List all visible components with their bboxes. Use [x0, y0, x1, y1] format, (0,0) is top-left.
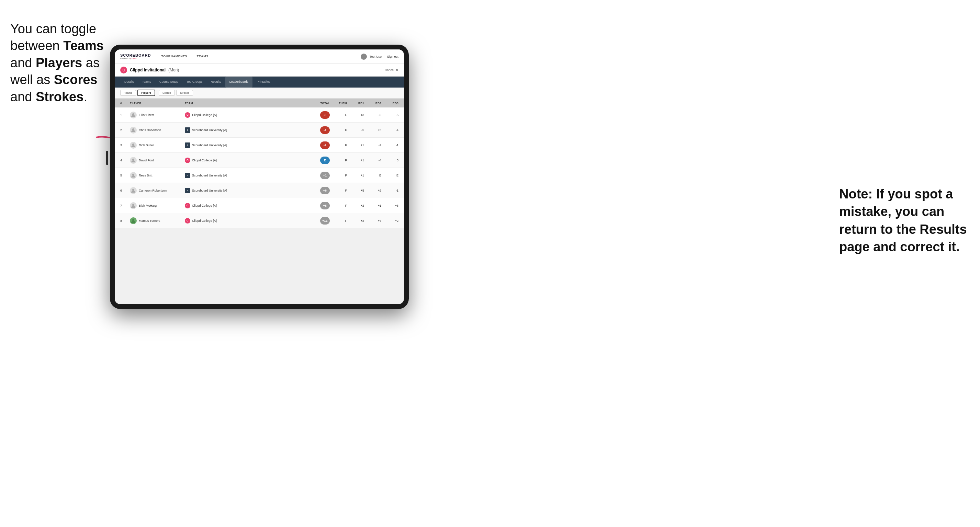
team-4: C Clippd College [A]	[185, 157, 306, 163]
tab-printables[interactable]: Printables	[253, 76, 274, 87]
toggle-scores-button[interactable]: Scores	[159, 90, 175, 96]
sub-tabs-bar: Details Teams Course Setup Tee Groups Re…	[115, 76, 404, 87]
tablet-side-button	[106, 151, 108, 165]
thru-1: F	[330, 113, 347, 117]
rank-7: 7	[120, 204, 130, 207]
rank-4: 4	[120, 159, 130, 162]
tab-tee-groups[interactable]: Tee Groups	[182, 76, 207, 87]
team-7: C Clippd College [A]	[185, 203, 306, 208]
col-player: PLAYER	[130, 102, 185, 105]
player-6: Cameron Robertson	[130, 187, 185, 194]
logo-sub-text: Powered by clippd	[120, 57, 151, 59]
toggle-strokes-button[interactable]: Strokes	[176, 90, 193, 96]
nav-tournaments[interactable]: TOURNAMENTS	[156, 49, 192, 64]
tournament-title: C Clippd Invitational (Men)	[120, 67, 179, 73]
rank-8: 8	[120, 219, 130, 222]
rd1-2: -5	[347, 129, 364, 132]
tab-course-setup[interactable]: Course Setup	[155, 76, 182, 87]
thru-6: F	[330, 189, 347, 192]
tab-teams[interactable]: Teams	[138, 76, 156, 87]
team-1: C Clippd College [A]	[185, 112, 306, 118]
avatar-4	[130, 157, 137, 164]
thru-3: F	[330, 143, 347, 147]
rd1-5: +1	[347, 174, 364, 177]
rd3-4: +3	[381, 159, 398, 162]
toggle-teams-button[interactable]: Teams	[120, 90, 136, 96]
total-1: -8	[306, 111, 330, 119]
rd1-1: +3	[347, 113, 364, 117]
rank-1: 1	[120, 113, 130, 117]
avatar-3	[130, 142, 137, 149]
rd2-8: +7	[364, 219, 381, 222]
cancel-button[interactable]: Cancel ✕	[385, 68, 398, 72]
rank-6: 6	[120, 189, 130, 192]
total-3: -2	[306, 141, 330, 149]
tab-leaderboards[interactable]: Leaderboards	[225, 76, 253, 87]
team-logo-sb-5: S	[185, 173, 190, 178]
rank-2: 2	[120, 129, 130, 132]
sign-out-link[interactable]: Sign out	[387, 55, 398, 58]
table-row: 3 Rich Butler S Scoreboard University [A…	[115, 138, 404, 153]
leaderboard-table: 1 Elliot Ebert C Clippd College [A] -8 F…	[115, 108, 404, 304]
table-row: 7 Blair McHarg C Clippd College [A] +8 F…	[115, 198, 404, 213]
toggle-players-button[interactable]: Players	[137, 90, 155, 96]
rd3-3: -1	[381, 143, 398, 147]
total-7: +8	[306, 202, 330, 210]
player-7: Blair McHarg	[130, 202, 185, 209]
col-total: TOTAL	[306, 102, 330, 105]
user-label: Test User |	[370, 55, 384, 58]
rd3-8: +2	[381, 219, 398, 222]
table-row: 5 Rees Britt S Scoreboard University [A]…	[115, 168, 404, 183]
team-2: S Scoreboard University [A]	[185, 127, 306, 133]
tournament-logo: C	[120, 67, 127, 73]
rd2-3: -2	[364, 143, 381, 147]
team-logo-sb-6: S	[185, 188, 190, 193]
team-logo-sb-2: S	[185, 127, 190, 133]
nav-teams[interactable]: TEAMS	[192, 49, 213, 64]
logo-brand: clippd	[132, 57, 137, 59]
rd2-4: -4	[364, 159, 381, 162]
rank-5: 5	[120, 174, 130, 177]
table-header: # PLAYER TEAM TOTAL THRU RD1 RD2 RD3	[115, 98, 404, 108]
rd3-6: -1	[381, 189, 398, 192]
player-3: Rich Butler	[130, 142, 185, 149]
team-logo-clippd-7: C	[185, 203, 190, 208]
nav-right: Test User | Sign out	[361, 54, 398, 60]
thru-4: F	[330, 159, 347, 162]
col-team: TEAM	[185, 102, 306, 105]
col-rd1: RD1	[347, 102, 364, 105]
col-thru: THRU	[330, 102, 347, 105]
thru-7: F	[330, 204, 347, 207]
team-logo-clippd-4: C	[185, 157, 190, 163]
col-rank: #	[120, 102, 130, 105]
table-row: 6 Cameron Robertson S Scoreboard Univers…	[115, 183, 404, 198]
table-row: 8 Marcus Turners C Clippd College [A] +1…	[115, 213, 404, 228]
rd2-7: +1	[364, 204, 381, 207]
navbar: SCOREBOARD Powered by clippd TOURNAMENTS…	[115, 49, 404, 64]
table-row: 1 Elliot Ebert C Clippd College [A] -8 F…	[115, 108, 404, 122]
total-5: +1	[306, 171, 330, 179]
team-logo-clippd-1: C	[185, 112, 190, 118]
nav-links: TOURNAMENTS TEAMS	[156, 49, 361, 64]
total-6: +6	[306, 187, 330, 194]
tournament-header: C Clippd Invitational (Men) Cancel ✕	[115, 64, 404, 76]
score-badge-4: E	[320, 157, 330, 164]
rd2-6: +2	[364, 189, 381, 192]
tab-details[interactable]: Details	[120, 76, 138, 87]
rd3-1: -5	[381, 113, 398, 117]
avatar-2	[130, 127, 137, 133]
avatar-5	[130, 172, 137, 179]
rd2-1: -6	[364, 113, 381, 117]
scoreboard-logo: SCOREBOARD Powered by clippd	[120, 54, 151, 59]
score-badge-2: -4	[320, 126, 330, 134]
rd1-4: +1	[347, 159, 364, 162]
player-1: Elliot Ebert	[130, 111, 185, 119]
avatar-8	[130, 217, 137, 224]
rd1-7: +2	[347, 204, 364, 207]
avatar	[361, 54, 367, 60]
rd2-5: E	[364, 174, 381, 177]
rank-3: 3	[120, 143, 130, 147]
rd3-7: +6	[381, 204, 398, 207]
tab-results[interactable]: Results	[207, 76, 225, 87]
score-badge-6: +6	[320, 187, 330, 194]
